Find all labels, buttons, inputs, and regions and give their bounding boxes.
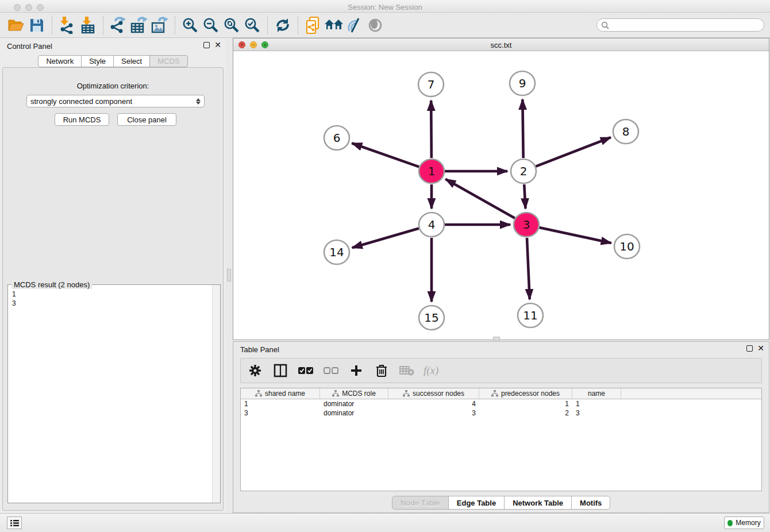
criterion-select[interactable]: strongly connected component	[26, 95, 205, 107]
column-header-predecessor-nodes[interactable]: predecessor nodes	[479, 388, 572, 399]
node-4[interactable]: 4	[419, 213, 444, 237]
node-6[interactable]: 6	[324, 126, 349, 150]
save-session-icon[interactable]	[26, 16, 47, 35]
delete-table-icon[interactable]	[398, 362, 415, 379]
show-column-icon[interactable]	[272, 362, 289, 379]
list-icon	[10, 519, 19, 527]
export-image-icon[interactable]	[149, 16, 170, 35]
import-table-icon[interactable]	[78, 16, 98, 35]
criterion-select-value: strongly connected component	[30, 97, 132, 106]
search-input-wrapper[interactable]	[596, 18, 764, 32]
node-9[interactable]: 9	[510, 71, 535, 95]
table-cell[interactable]: 2	[479, 408, 572, 418]
zoom-selected-icon[interactable]	[242, 16, 263, 35]
node-7[interactable]: 7	[418, 72, 444, 97]
table-cell[interactable]: 1	[572, 399, 621, 408]
table-panel-close-icon[interactable]: ✕	[757, 345, 764, 352]
mcds-result-item[interactable]: 3	[12, 299, 208, 308]
table-cell[interactable]: 3	[572, 408, 621, 418]
copy-network-icon[interactable]	[303, 16, 324, 35]
node-table: shared nameMCDS rolesuccessor nodesprede…	[240, 388, 762, 491]
tab-select[interactable]: Select	[113, 55, 150, 67]
add-row-icon[interactable]	[348, 362, 365, 379]
table-cell[interactable]: 3	[388, 408, 479, 418]
column-header-name[interactable]: name	[572, 388, 621, 399]
column-header-MCDS-role[interactable]: MCDS role	[320, 388, 388, 399]
run-mcds-button[interactable]: Run MCDS	[55, 113, 109, 126]
zoom-out-icon[interactable]	[201, 16, 221, 35]
node-8[interactable]: 8	[613, 119, 638, 144]
table-cell[interactable]: 4	[388, 399, 479, 408]
table-cell[interactable]: 3	[241, 408, 320, 418]
tab-edge-table[interactable]: Edge Table	[448, 496, 505, 510]
node-10[interactable]: 10	[614, 234, 640, 259]
edge-2-3[interactable]	[524, 184, 525, 209]
node-1[interactable]: 1	[419, 159, 444, 183]
export-table-icon[interactable]	[129, 16, 149, 35]
node-3[interactable]: 3	[514, 213, 539, 237]
control-panel-float-icon[interactable]	[203, 42, 210, 48]
unselect-all-icon[interactable]	[322, 362, 340, 379]
select-all-icon[interactable]	[297, 362, 314, 379]
mcds-result-list[interactable]: 13	[9, 287, 211, 502]
edge-3-1[interactable]	[445, 179, 515, 218]
column-tree-icon	[255, 390, 262, 397]
refresh-layout-icon[interactable]	[272, 16, 293, 35]
delete-row-icon[interactable]	[373, 362, 390, 379]
function-builder-icon[interactable]: f(x)	[424, 364, 438, 377]
edge-1-7[interactable]	[431, 101, 432, 158]
vertical-split-divider[interactable]	[226, 38, 233, 513]
table-cell[interactable]: dominator	[320, 399, 388, 408]
result-scrollbar[interactable]	[212, 285, 220, 503]
table-panel-float-icon[interactable]	[746, 345, 753, 352]
table-header-row: shared nameMCDS rolesuccessor nodesprede…	[241, 388, 761, 399]
tab-mcds[interactable]: MCDS	[149, 55, 187, 67]
column-header-shared-name[interactable]: shared name	[241, 388, 320, 399]
control-panel-close-icon[interactable]: ✕	[214, 42, 221, 48]
table-cell[interactable]: dominator	[320, 408, 388, 418]
table-panel: Table Panel ✕ f(x) shared nameMCDS roles…	[233, 341, 769, 513]
export-network-icon[interactable]	[108, 16, 129, 35]
network-window-title: scc.txt	[233, 41, 769, 49]
edge-3-11[interactable]	[527, 238, 530, 299]
node-14[interactable]: 14	[324, 240, 349, 264]
node-label: 1	[428, 164, 436, 178]
table-cell[interactable]: 1	[479, 399, 572, 408]
tab-network[interactable]: Network	[38, 55, 82, 67]
edge-1-6[interactable]	[352, 143, 419, 167]
node-2[interactable]: 2	[511, 159, 536, 183]
show-details-icon[interactable]	[365, 16, 386, 35]
search-input[interactable]	[611, 21, 764, 29]
close-panel-button[interactable]: Close panel	[117, 113, 176, 126]
zoom-in-icon[interactable]	[180, 16, 201, 35]
home-layout-icon[interactable]	[324, 16, 344, 35]
toolbar-separator	[52, 16, 52, 34]
edge-2-9[interactable]	[522, 99, 523, 158]
table-settings-icon[interactable]	[247, 362, 264, 379]
tab-motifs[interactable]: Motifs	[571, 496, 610, 510]
zoom-fit-icon[interactable]	[221, 16, 242, 35]
table-cell[interactable]: 1	[241, 399, 320, 408]
open-session-icon[interactable]	[6, 16, 26, 35]
mcds-result-item[interactable]: 1	[12, 290, 208, 299]
table-row[interactable]: 3dominator323	[241, 408, 761, 418]
divider-grip[interactable]	[227, 269, 231, 282]
node-15[interactable]: 15	[419, 306, 444, 330]
column-header-successor-nodes[interactable]: successor nodes	[388, 388, 479, 399]
app-title: Session: New Session	[0, 3, 770, 11]
node-11[interactable]: 11	[518, 303, 543, 327]
edge-4-14[interactable]	[352, 228, 419, 248]
tab-network-table[interactable]: Network Table	[504, 496, 572, 510]
edge-2-8[interactable]	[536, 137, 610, 167]
network-canvas-svg[interactable]: 7968124310141511	[233, 51, 769, 340]
table-row[interactable]: 1dominator411	[241, 399, 761, 408]
horizontal-divider-grip[interactable]	[493, 337, 500, 341]
edge-3-10[interactable]	[539, 228, 611, 243]
task-history-button[interactable]	[7, 516, 22, 529]
memory-button[interactable]: Memory	[724, 516, 764, 529]
tab-node-table[interactable]: Node Table	[392, 496, 449, 510]
import-network-icon[interactable]	[57, 16, 78, 35]
tab-style[interactable]: Style	[81, 55, 114, 67]
hide-details-icon[interactable]	[344, 16, 365, 35]
toolbar-separator	[175, 16, 175, 34]
